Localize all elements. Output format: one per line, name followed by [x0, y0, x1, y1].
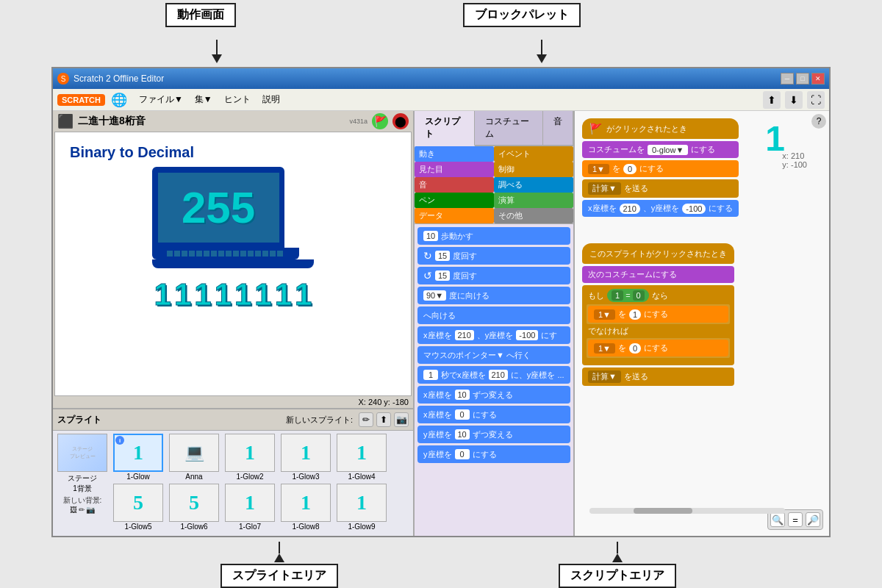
block-set-x[interactable]: x座標を 0 にする: [417, 406, 570, 423]
canvas-title: Binary to Decimal: [70, 144, 194, 161]
block-set-xy[interactable]: x座標を 210 、y座標を -100 にする: [582, 200, 739, 217]
block-set-costume[interactable]: コスチュームを 0-glow▼ にする: [582, 141, 739, 158]
stop-button[interactable]: ⬤: [392, 113, 409, 129]
zoom-reset-button[interactable]: =: [788, 512, 803, 527]
else-label: でなければ: [584, 324, 733, 338]
zoom-in-button[interactable]: 🔍: [770, 512, 785, 527]
cat-motion[interactable]: 動き: [415, 146, 494, 162]
sprite-item-1glow8[interactable]: 1 1-Glow8: [279, 484, 332, 531]
sprite-preview-anna: 💻: [169, 434, 219, 472]
sprite-item-1glow2[interactable]: 1 1-Glow2: [223, 434, 276, 481]
event-sprite-clicked[interactable]: このスプライトがクリックされたとき: [582, 243, 734, 264]
block-go-xy[interactable]: x座標を 210 、y座標を -100 にす: [417, 326, 570, 344]
close-button[interactable]: ✕: [811, 73, 825, 85]
globe-icon[interactable]: 🌐: [111, 92, 127, 108]
menu-file[interactable]: ファイル▼: [133, 90, 189, 109]
event-label: がクリックされたとき: [606, 123, 687, 135]
add-bg-upload[interactable]: ✏: [79, 506, 85, 514]
menu-edit[interactable]: 集▼: [189, 90, 218, 109]
sprite-row-1: i 1 1-Glow 💻 Anna: [112, 434, 388, 481]
sprite-item-1glow[interactable]: i 1 1-Glow: [112, 434, 165, 481]
block-glide-xy[interactable]: 1 秒でx座標を 210 に、y座標を ...: [417, 366, 570, 384]
block-set-1-to-1[interactable]: 1▼ を 1 にする: [588, 306, 728, 323]
menu-hint[interactable]: ヒント: [218, 90, 257, 109]
block-next-costume[interactable]: 次のコスチュームにする: [582, 266, 734, 283]
sprite-preview-1glow3: 1: [281, 434, 331, 472]
block-set-1-to-0[interactable]: 1▼ を 0 にする: [588, 340, 728, 356]
zoom-out-button[interactable]: 🔎: [806, 512, 820, 527]
cat-operator[interactable]: 演算: [494, 193, 573, 208]
sprite-item-1glow9[interactable]: 1 1-Glow9: [335, 484, 388, 531]
cat-more[interactable]: その他: [494, 208, 573, 223]
add-bg-photo[interactable]: 📷: [86, 506, 95, 514]
sprite-item-1glow7[interactable]: 1 1-Glo7: [223, 484, 276, 531]
if-header: もし 1 = 0 なら: [584, 287, 733, 304]
upload-icon[interactable]: ⬆: [763, 91, 781, 109]
block-turn-left[interactable]: ↺ 15 度回す: [417, 267, 570, 284]
block-change-x[interactable]: x座標を 10 ずつ変える: [417, 386, 570, 404]
cat-events[interactable]: イベント: [494, 146, 573, 162]
block-broadcast-calc[interactable]: 計算▼ を送る: [582, 179, 739, 198]
cat-data[interactable]: データ: [415, 208, 494, 223]
menu-bar: SCRATCH 🌐 ファイル▼ 集▼ ヒント 説明 ⬆ ⬇ ⛶: [53, 89, 829, 111]
sprite-item-1glow3[interactable]: 1 1-Glow3: [279, 434, 332, 481]
block-goto-mousepointer[interactable]: マウスのポインター▼ へ行く: [417, 346, 570, 364]
laptop-screen: 255: [152, 167, 284, 248]
cat-looks[interactable]: 見た目: [415, 162, 494, 177]
sprite-name-1glow7: 1-Glo7: [239, 523, 261, 531]
block-point-toward[interactable]: へ向ける: [417, 306, 570, 324]
block-set-var-0[interactable]: 1▼ を 0 にする: [582, 160, 739, 177]
download-icon[interactable]: ⬇: [785, 91, 803, 109]
tab-costume[interactable]: コスチューム: [475, 111, 543, 145]
sprite-item-1glow6[interactable]: 5 1-Glow6: [168, 484, 220, 531]
script-area-label: スクリプトエリア: [559, 564, 676, 588]
paint-sprite-button[interactable]: ✏: [359, 412, 373, 427]
sprite-item-anna[interactable]: 💻 Anna: [168, 434, 220, 481]
stage-header: ⬛ 二進十進8桁音 v431a 🚩 ⬤: [53, 111, 413, 132]
sprite-panel-title: スプライト: [57, 414, 101, 426]
fullscreen-icon[interactable]: ⛶: [807, 91, 825, 109]
block-broadcast-calc-2[interactable]: 計算▼ を送る: [582, 368, 734, 386]
green-flag-button[interactable]: 🚩: [372, 113, 388, 129]
turn-right-icon: ↻: [423, 250, 432, 262]
cat-control[interactable]: 制御: [494, 162, 573, 177]
sprite-item-1glow4[interactable]: 1 1-Glow4: [335, 434, 388, 481]
block-change-y[interactable]: y座標を 10 ずつ変える: [417, 426, 570, 443]
tab-sound[interactable]: 音: [543, 111, 573, 145]
stage-resize-icon[interactable]: ⬛: [57, 113, 74, 129]
script-area-arrow-up: [612, 553, 623, 562]
horizontal-scrollbar[interactable]: [589, 508, 785, 514]
sprite-info-icon[interactable]: i: [115, 436, 124, 445]
new-bg-label: 新しい背景: 🖼 ✏ 📷: [63, 495, 102, 514]
xy-coords: x: 210y: -100: [782, 151, 807, 169]
block-move-steps[interactable]: 10 歩動かす: [417, 227, 570, 245]
scrollbar-thumb[interactable]: [634, 508, 692, 514]
cat-sensing[interactable]: 調べる: [494, 177, 573, 193]
block-set-y[interactable]: y座標を 0 にする: [417, 445, 570, 463]
block-turn-right[interactable]: ↻ 15 度回す: [417, 247, 570, 265]
cat-sound[interactable]: 音: [415, 177, 494, 193]
add-bg-paint[interactable]: 🖼: [70, 506, 77, 514]
sprite-preview-1glow8: 1: [281, 484, 331, 522]
menu-about[interactable]: 説明: [257, 90, 286, 109]
stage-thumbnail[interactable]: ステージプレビュー ステージ 1背景 新しい背景: 🖼 ✏ 📷: [56, 434, 109, 533]
sprite-item-1glow5[interactable]: 5 1-Glow5: [112, 484, 165, 531]
sprite-area-arrow-up: [274, 553, 284, 562]
tab-script[interactable]: スクリプト: [415, 111, 475, 146]
cat-pen[interactable]: ペン: [415, 193, 494, 208]
photo-sprite-button[interactable]: 📷: [394, 412, 409, 427]
script-area[interactable]: 1 x: 210y: -100 🚩 がクリックされたとき コスチュームを 0-g…: [575, 111, 829, 536]
sprite-name-1glow9: 1-Glow9: [348, 523, 375, 531]
block-point-dir[interactable]: 90▼ 度に向ける: [417, 287, 570, 304]
minimize-button[interactable]: ─: [781, 73, 794, 85]
event-green-flag[interactable]: 🚩 がクリックされたとき: [582, 118, 739, 139]
maximize-button[interactable]: □: [796, 73, 809, 85]
upload-sprite-button[interactable]: ⬆: [376, 412, 391, 427]
new-sprite-label: 新しいスプライト:: [286, 415, 353, 426]
binary-display: 1 1 1 1 1 1 1 1: [154, 277, 312, 312]
sprite-area-label: スプライトエリア: [220, 564, 338, 588]
block-if-else[interactable]: もし 1 = 0 なら 1▼: [582, 285, 734, 365]
main-content: ⬛ 二進十進8桁音 v431a 🚩 ⬤ Binary to Decimal 25…: [53, 111, 829, 536]
stage-preview: ステージプレビュー: [57, 434, 107, 472]
sprite-name-1glow3: 1-Glow3: [292, 473, 319, 481]
